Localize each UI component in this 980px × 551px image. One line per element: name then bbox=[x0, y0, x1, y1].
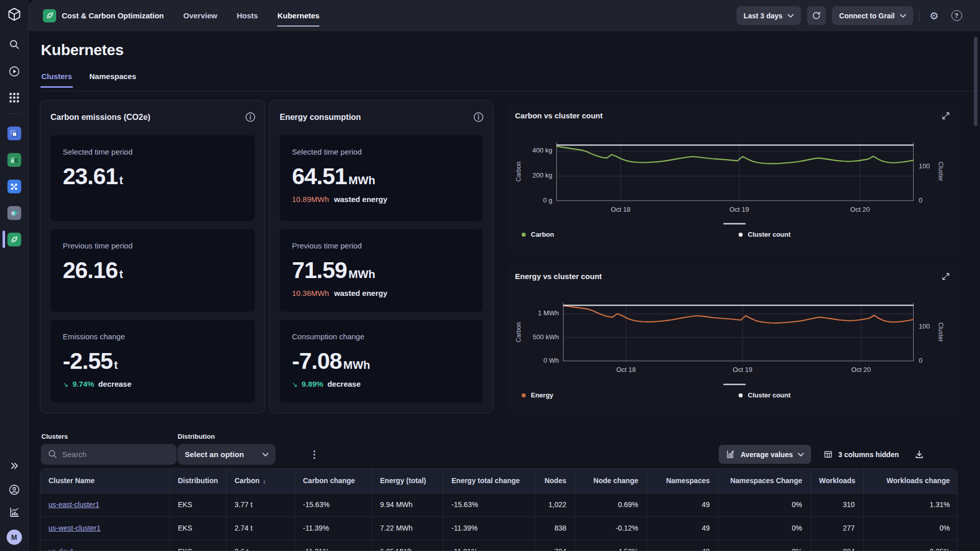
table-cell: 310 bbox=[811, 493, 863, 516]
refresh-icon bbox=[812, 11, 821, 20]
table-cell: 4.53% bbox=[575, 540, 647, 551]
info-icon[interactable] bbox=[245, 112, 256, 124]
column-header[interactable]: Workloads bbox=[811, 469, 863, 493]
columns-hidden-button[interactable]: 3 columns hidden bbox=[823, 449, 899, 459]
carbon-emissions-card: Carbon emissions (CO2e) Selected time pe… bbox=[40, 100, 265, 413]
bar-chart-icon bbox=[726, 449, 736, 459]
table-toolbar-right: Average values 3 columns hidden bbox=[719, 444, 927, 465]
apps-grid-icon[interactable] bbox=[9, 93, 19, 103]
x-tick: Oct 18 bbox=[605, 206, 636, 213]
cluster-link[interactable]: us-west-cluster1 bbox=[48, 524, 101, 532]
column-header[interactable]: Node change bbox=[575, 469, 647, 493]
traces-icon[interactable] bbox=[8, 65, 20, 78]
tab-clusters[interactable]: Clusters bbox=[41, 72, 72, 88]
tab-hosts[interactable]: Hosts bbox=[237, 7, 258, 24]
account-icon[interactable] bbox=[8, 484, 20, 496]
table-cell: us-dev1 bbox=[40, 540, 169, 551]
more-options-icon[interactable] bbox=[307, 446, 322, 462]
y-tick: 1 MWh bbox=[522, 309, 559, 317]
table-cell: 49 bbox=[647, 540, 718, 551]
column-header[interactable]: Namespaces bbox=[647, 469, 718, 493]
panel-label: Selected time period bbox=[63, 147, 242, 156]
kubernetes-app-icon[interactable] bbox=[7, 127, 21, 140]
column-header[interactable]: Workloads change bbox=[863, 469, 958, 493]
cluster-link[interactable]: us-east-cluster1 bbox=[48, 500, 100, 509]
table-cell: us-west-cluster1 bbox=[40, 516, 169, 540]
legend-item-energy[interactable]: Energy bbox=[522, 391, 553, 399]
dynatrace-logo-icon[interactable] bbox=[7, 7, 21, 21]
panel-label: Selected time period bbox=[292, 147, 471, 156]
table-row: us-east-cluster1EKS3.77 t-15.63%9.94 MWh… bbox=[40, 493, 958, 516]
table-cell: -15.63% bbox=[295, 493, 372, 516]
wasted-energy-line: 10.36MWh wasted energy bbox=[292, 289, 471, 297]
main-content: Kubernetes Clusters Namespaces Carbon em… bbox=[29, 31, 980, 551]
column-header[interactable]: Carbon change bbox=[295, 469, 372, 493]
chart-plot[interactable] bbox=[563, 303, 914, 361]
legend-label: Energy bbox=[531, 391, 553, 399]
tab-kubernetes[interactable]: Kubernetes bbox=[277, 7, 320, 24]
download-icon[interactable] bbox=[911, 445, 927, 464]
cluster-link[interactable]: us-dev1 bbox=[48, 547, 74, 551]
column-header[interactable]: Distribution bbox=[169, 469, 226, 493]
chart-scroll-indicator[interactable] bbox=[723, 384, 746, 385]
search-icon[interactable] bbox=[9, 39, 20, 50]
distribution-select[interactable]: Select an option bbox=[178, 444, 276, 465]
expand-sidebar-icon[interactable] bbox=[9, 461, 19, 471]
settings-gear-icon[interactable] bbox=[926, 6, 942, 25]
energy-vs-cluster-chart-card: Energy vs cluster count Carbon Cluster E… bbox=[507, 264, 962, 416]
expand-chart-icon[interactable] bbox=[941, 111, 950, 122]
search-input[interactable] bbox=[41, 444, 177, 465]
column-header[interactable]: Cluster Name bbox=[40, 469, 169, 493]
services-app-icon[interactable] bbox=[7, 206, 21, 220]
tab-overview[interactable]: Overview bbox=[183, 7, 217, 24]
connect-to-grail-label: Connect to Grail bbox=[839, 12, 895, 20]
table-cell: 0% bbox=[718, 540, 811, 551]
column-header[interactable]: Namespaces Change bbox=[718, 469, 811, 493]
app-title: Cost & Carbon Optimization bbox=[62, 11, 164, 20]
column-header[interactable]: Energy (total) bbox=[372, 469, 443, 493]
columns-hidden-label: 3 columns hidden bbox=[838, 450, 899, 459]
legend-item-cluster-count[interactable]: Cluster count bbox=[739, 231, 791, 238]
chart-plot[interactable] bbox=[556, 142, 914, 201]
search-icon bbox=[47, 449, 58, 461]
page-scrollbar[interactable] bbox=[974, 37, 977, 126]
help-icon[interactable] bbox=[948, 6, 965, 25]
info-icon[interactable] bbox=[473, 112, 484, 124]
x-tick: Oct 20 bbox=[846, 366, 876, 373]
panel-value: 71.59MWh bbox=[292, 257, 471, 284]
table-cell: 2.6 t bbox=[226, 540, 295, 551]
table-cell: 2.74 t bbox=[226, 516, 295, 540]
connect-to-grail-button[interactable]: Connect to Grail bbox=[832, 6, 913, 25]
carbon-app-icon bbox=[43, 9, 56, 22]
table-cell: us-east-cluster1 bbox=[40, 493, 169, 516]
expand-chart-icon[interactable] bbox=[941, 272, 950, 283]
card-title: Energy consumption bbox=[280, 113, 361, 122]
carbon-app-icon[interactable] bbox=[7, 233, 21, 246]
clusters-filter-label: Clusters bbox=[41, 433, 68, 440]
tab-namespaces[interactable]: Namespaces bbox=[89, 72, 136, 88]
refresh-button[interactable] bbox=[807, 6, 826, 25]
table-cell: -0.12% bbox=[575, 516, 647, 540]
table-cell: 9.94 MWh bbox=[372, 493, 443, 516]
table-row: us-dev1EKS2.6 t-11.31%6.85 MWh-11.31%784… bbox=[40, 540, 958, 551]
topology-app-icon[interactable] bbox=[7, 180, 21, 193]
chart-scroll-indicator[interactable] bbox=[723, 223, 746, 224]
column-header[interactable]: Nodes bbox=[534, 469, 575, 493]
table-cell: -11.39% bbox=[443, 516, 534, 540]
column-header[interactable]: Energy total change bbox=[443, 469, 534, 493]
aggregation-button[interactable]: Average values bbox=[719, 445, 811, 464]
legend-item-cluster-count[interactable]: Cluster count bbox=[739, 391, 791, 399]
legend-item-carbon[interactable]: Carbon bbox=[522, 231, 554, 238]
x-tick: Oct 20 bbox=[845, 206, 875, 213]
selected-period-panel: Selected time period 23.61t bbox=[51, 135, 255, 221]
topbar: Cost & Carbon Optimization Overview Host… bbox=[29, 0, 980, 31]
infrastructure-app-icon[interactable] bbox=[7, 153, 21, 167]
usage-chart-icon[interactable] bbox=[9, 507, 20, 518]
time-range-button[interactable]: Last 3 days bbox=[737, 6, 801, 25]
column-header[interactable]: Carbon↓ bbox=[226, 469, 295, 493]
user-avatar[interactable]: M bbox=[7, 530, 22, 545]
x-tick: Oct 18 bbox=[611, 366, 642, 373]
app-identity[interactable]: Cost & Carbon Optimization bbox=[43, 9, 164, 22]
select-value: Select an option bbox=[185, 450, 244, 459]
table-cell: 784 bbox=[534, 540, 575, 551]
